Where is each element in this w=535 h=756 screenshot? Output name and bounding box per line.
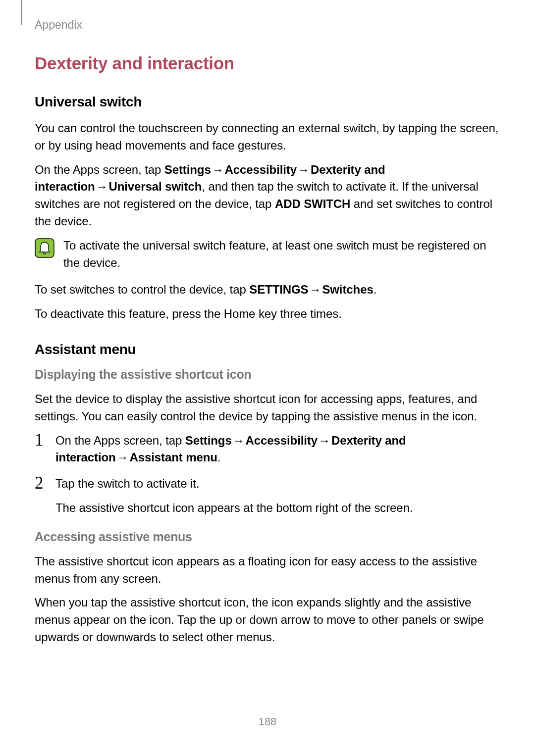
step-number: 1	[35, 431, 47, 449]
assistant-menu-intro: Set the device to display the assistive …	[35, 391, 500, 425]
section-title: Dexterity and interaction	[35, 53, 500, 73]
note-text: To activate the universal switch feature…	[63, 237, 500, 272]
arrow-icon: →	[95, 180, 109, 193]
step-2-line-a: Tap the switch to activate it.	[55, 475, 500, 493]
step-1: 1 On the Apps screen, tap Settings→Acces…	[35, 432, 500, 467]
note-bell-icon	[35, 238, 54, 258]
path-settings: Settings	[164, 163, 211, 176]
switches-label: Switches	[322, 283, 373, 296]
step-2: 2 Tap the switch to activate it. The ass…	[35, 475, 500, 517]
step-body: Tap the switch to activate it. The assis…	[55, 475, 500, 517]
universal-switch-intro: You can control the touchscreen by conne…	[35, 120, 500, 154]
heading-assistant-menu: Assistant menu	[35, 342, 500, 357]
accessing-menus-p2: When you tap the assistive shortcut icon…	[35, 594, 500, 646]
header-section-label: Appendix	[35, 18, 82, 32]
step-body: On the Apps screen, tap Settings→Accessi…	[55, 432, 500, 467]
page-number: 188	[0, 715, 535, 728]
arrow-icon: →	[308, 283, 322, 296]
page-content: Dexterity and interaction Universal swit…	[35, 53, 500, 653]
add-switch-label: ADD SWITCH	[275, 197, 350, 210]
path-assistant-menu: Assistant menu	[130, 451, 217, 464]
text-fragment: .	[374, 283, 377, 296]
text-fragment: On the Apps screen, tap	[35, 163, 164, 176]
universal-switch-set-switches: To set switches to control the device, t…	[35, 281, 500, 299]
arrow-icon: →	[211, 163, 225, 176]
settings-label: SETTINGS	[249, 283, 308, 296]
arrow-icon: →	[318, 434, 331, 447]
note-callout: To activate the universal switch feature…	[35, 237, 500, 272]
subheading-displaying-icon: Displaying the assistive shortcut icon	[35, 367, 500, 382]
path-accessibility: Accessibility	[246, 434, 318, 447]
arrow-icon: →	[297, 163, 311, 176]
heading-universal-switch: Universal switch	[35, 94, 500, 110]
universal-switch-path: On the Apps screen, tap Settings→Accessi…	[35, 161, 500, 230]
assistant-menu-steps: 1 On the Apps screen, tap Settings→Acces…	[35, 432, 500, 517]
arrow-icon: →	[116, 451, 130, 464]
accessing-menus-p1: The assistive shortcut icon appears as a…	[35, 553, 500, 588]
text-fragment: To set switches to control the device, t…	[35, 283, 249, 296]
path-universal-switch: Universal switch	[109, 180, 202, 193]
path-settings: Settings	[185, 434, 232, 447]
arrow-icon: →	[232, 434, 246, 447]
page-edge-mark	[21, 0, 22, 25]
subheading-accessing-menus: Accessing assistive menus	[35, 530, 500, 544]
step-2-line-b: The assistive shortcut icon appears at t…	[55, 500, 500, 517]
text-fragment: On the Apps screen, tap	[55, 434, 185, 447]
step-number: 2	[35, 474, 47, 492]
universal-switch-deactivate: To deactivate this feature, press the Ho…	[35, 305, 500, 323]
path-accessibility: Accessibility	[225, 163, 297, 176]
text-fragment: .	[217, 451, 221, 464]
